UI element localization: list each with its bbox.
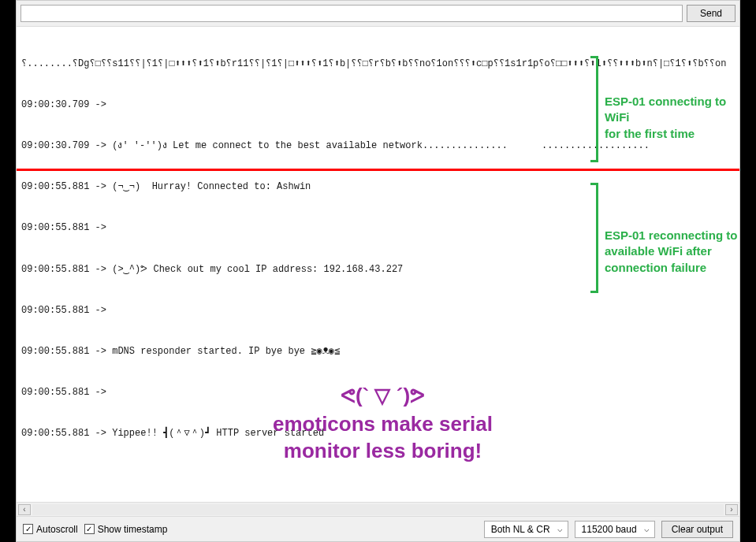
bracket-icon [590,183,598,293]
bracket-icon [590,56,598,162]
log-garbled: ⸮........⸮Dg⸮□⸮⸮s11⸮⸮|⸮1⸮|□⬆⬆⬆⸮⬆1⸮⬆b⸮r11… [21,58,735,71]
log-line: 09:00:55.881 -> (¬‿¬) Hurray! Connected … [21,180,735,194]
divider-red-line [17,169,739,171]
log-line: 09:00:55.881 -> mDNS responder started. … [21,345,735,358]
fun-kaomoji: ᕙ(` ▽ ´)ᕗ [21,381,739,411]
timestamp-checkbox[interactable]: ✓ Show timestamp [84,524,168,535]
fun-line1: emoticons make serial [21,411,739,438]
timestamp-label: Show timestamp [98,524,168,535]
fun-line2: monitor less boring! [21,438,739,465]
checkbox-icon[interactable]: ✓ [23,524,33,534]
checkbox-icon[interactable]: ✓ [84,524,95,534]
serial-monitor-window: Send ⸮........⸮Dg⸮□⸮⸮s11⸮⸮|⸮1⸮|□⬆⬆⬆⸮⬆1⸮⬆… [16,0,740,542]
baud-value: 115200 baud [582,524,637,535]
baud-select[interactable]: 115200 baud [575,521,655,538]
line-ending-value: Both NL & CR [491,524,550,535]
bottom-toolbar: ✓ Autoscroll ✓ Show timestamp Both NL & … [17,516,739,541]
scroll-right-icon[interactable]: › [725,504,738,515]
scroll-track[interactable] [32,504,724,515]
send-button[interactable]: Send [687,5,736,22]
send-bar: Send [17,1,739,27]
annotation-top: ESP-01 connecting to WiFi for the first … [605,94,739,142]
log-line: 09:00:55.881 -> [21,304,735,317]
autoscroll-checkbox[interactable]: ✓ Autoscroll [23,524,78,535]
clear-output-button[interactable]: Clear output [661,521,733,538]
annotation-bottom: ESP-01 reconnecting to available WiFi af… [605,228,737,276]
line-ending-select[interactable]: Both NL & CR [484,521,568,538]
autoscroll-label: Autoscroll [36,524,78,535]
scroll-left-icon[interactable]: ‹ [18,504,31,515]
horizontal-scrollbar[interactable]: ‹ › [17,502,739,516]
serial-input[interactable] [20,5,683,22]
serial-output: ⸮........⸮Dg⸮□⸮⸮s11⸮⸮|⸮1⸮|□⬆⬆⬆⸮⬆1⸮⬆b⸮r11… [17,27,739,502]
